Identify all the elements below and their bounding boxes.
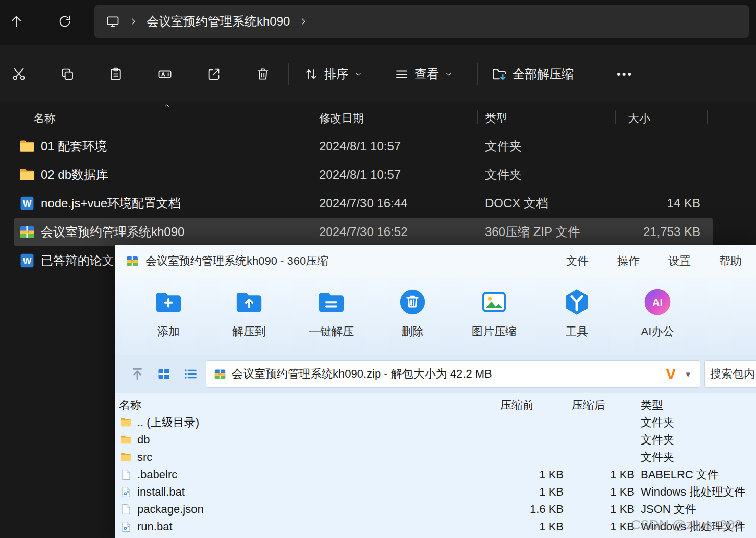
ai-icon: AI	[643, 287, 672, 317]
share-button[interactable]	[202, 62, 226, 86]
archive-row[interactable]: .. (上级目录) 文件夹	[115, 414, 756, 431]
tool-label: 解压到	[232, 324, 266, 339]
paste-button[interactable]	[104, 62, 128, 86]
grid-view-icon[interactable]	[157, 367, 171, 381]
trash-icon	[255, 66, 271, 82]
folder-icon	[120, 416, 132, 429]
entry-type: 文件夹	[641, 449, 674, 466]
view-button[interactable]: 查看	[389, 62, 458, 86]
entry-type: 文件夹	[641, 431, 674, 449]
folder-icon	[120, 434, 132, 446]
file-row[interactable]: 会议室预约管理系统kh090 2024/7/30 16:52 360压缩 ZIP…	[14, 218, 713, 246]
zip-tool-one-click[interactable]: 一键解压	[298, 287, 365, 339]
archive-row[interactable]: .babelrc 1 KB 1 KB BABELRC 文件	[115, 466, 756, 483]
zip-tool-image-compress[interactable]: 图片压缩	[460, 287, 528, 339]
zip-tool-add[interactable]: 添加	[135, 287, 202, 339]
file-type: 360压缩 ZIP 文件	[485, 218, 580, 246]
address-dropdown-icon[interactable]: ▼	[684, 370, 692, 379]
entry-type: 文件夹	[641, 414, 674, 431]
image-compress-icon	[479, 287, 509, 317]
copy-button[interactable]	[55, 62, 80, 86]
cut-button[interactable]	[7, 62, 31, 86]
menu-file[interactable]: 文件	[566, 253, 589, 269]
list-view-icon[interactable]	[183, 367, 198, 381]
zip-column-before[interactable]: 压缩前	[500, 397, 534, 413]
folder-icon	[18, 137, 36, 155]
entry-name: run.bat	[137, 518, 173, 535]
archive-row[interactable]: db 文件夹	[115, 431, 756, 449]
search-input[interactable]: 搜索包内	[704, 360, 756, 388]
breadcrumb-path[interactable]: 会议室预约管理系统kh090	[147, 13, 290, 30]
entry-name: install.bat	[137, 483, 185, 501]
zip-toolbar: 添加 解压到 一键解压 删除 图片压缩 工具 AI AI办公	[115, 277, 756, 355]
refresh-button[interactable]	[53, 9, 77, 34]
entry-name: db	[137, 431, 150, 449]
archive-row[interactable]: install.bat 1 KB 1 KB Windows 批处理文件	[115, 483, 756, 501]
zip-icon	[18, 223, 36, 241]
zip-column-after[interactable]: 压缩后	[572, 397, 605, 413]
archive-row[interactable]: src 文件夹	[115, 449, 756, 466]
more-button[interactable]: •••	[611, 62, 639, 86]
zip-tool-extract-to[interactable]: 解压到	[215, 287, 283, 339]
tool-label: 删除	[401, 324, 424, 339]
column-header-type[interactable]: 类型	[485, 111, 507, 126]
file-row[interactable]: 02 db数据库 2024/8/1 10:57 文件夹	[14, 160, 713, 189]
explorer-nav-bar: 会议室预约管理系统kh090	[0, 0, 756, 45]
column-divider	[707, 110, 708, 124]
breadcrumb[interactable]: 会议室预约管理系统kh090	[94, 5, 749, 38]
sort-label: 排序	[324, 66, 349, 82]
tool-label: 添加	[157, 324, 180, 339]
sort-button[interactable]: 排序	[299, 62, 368, 86]
file-row[interactable]: 01 配套环境 2024/8/1 10:57 文件夹	[14, 132, 713, 160]
chevron-down-icon	[444, 69, 453, 79]
column-header-name[interactable]: 名称	[33, 111, 56, 126]
zip-tool-tools[interactable]: 工具	[543, 287, 611, 339]
zip-column-type[interactable]: 类型	[641, 397, 663, 413]
extract-to-icon	[234, 287, 264, 317]
extract-all-label: 全部解压缩	[513, 66, 574, 82]
refresh-icon	[57, 14, 72, 29]
delete-button[interactable]	[251, 62, 275, 86]
column-header-date[interactable]: 修改日期	[319, 111, 364, 126]
up-level-icon[interactable]	[130, 367, 144, 381]
file-name: 已答辩的论文	[41, 246, 114, 275]
zip-tool-ai[interactable]: AI AI办公	[624, 287, 691, 339]
menu-help[interactable]: 帮助	[719, 253, 742, 269]
up-button[interactable]	[4, 9, 29, 34]
toolbar-divider	[477, 63, 478, 85]
entry-size-before: 1 KB	[472, 518, 564, 535]
menu-operate[interactable]: 操作	[617, 253, 640, 269]
folder-icon	[120, 451, 132, 463]
folder-icon	[18, 166, 36, 183]
zip-column-headers: 名称 压缩前 压缩后 类型	[115, 393, 756, 414]
zip-column-name[interactable]: 名称	[119, 397, 141, 413]
entry-size-after: 1 KB	[563, 501, 635, 518]
column-divider	[477, 110, 478, 124]
column-header-size[interactable]: 大小	[628, 111, 650, 126]
sort-icon	[304, 66, 319, 82]
zip-window-title: 会议室预约管理系统kh090 - 360压缩	[145, 253, 328, 269]
zip-file-list-panel: 名称 压缩前 压缩后 类型 .. (上级目录) 文件夹 db 文件夹 src 文…	[115, 393, 756, 538]
zip-app-icon	[125, 254, 139, 268]
menu-settings[interactable]: 设置	[668, 253, 691, 269]
archive-address-bar[interactable]: 会议室预约管理系统kh090.zip - 解包大小为 42.2 MB V ▼	[206, 360, 700, 388]
explorer-command-bar: 排序 查看 全部解压缩 •••	[0, 45, 756, 102]
svg-text:W: W	[23, 256, 32, 266]
zip-tool-recycle[interactable]: 删除	[379, 287, 446, 339]
zip-window-titlebar[interactable]: 会议室预约管理系统kh090 - 360压缩 文件操作设置帮助	[115, 245, 756, 277]
entry-size-before: 1.6 KB	[472, 501, 564, 518]
file-type: 文件夹	[485, 132, 522, 160]
file-row[interactable]: W node.js+vue环境配置文档 2024/7/30 16:44 DOCX…	[14, 189, 713, 218]
zip-window: 会议室预约管理系统kh090 - 360压缩 文件操作设置帮助 添加 解压到 一…	[115, 245, 756, 538]
share-icon	[206, 66, 222, 82]
view-label: 查看	[414, 66, 439, 82]
entry-name: .. (上级目录)	[137, 414, 199, 431]
extract-all-icon	[491, 66, 507, 82]
v-logo[interactable]: V	[666, 366, 676, 382]
archive-path-text: 会议室预约管理系统kh090.zip - 解包大小为 42.2 MB	[232, 366, 666, 382]
archive-row[interactable]: package.json 1.6 KB 1 KB JSON 文件	[115, 501, 756, 518]
file-size: 14 KB	[667, 189, 700, 218]
rename-button[interactable]	[153, 62, 177, 86]
extract-all-button[interactable]: 全部解压缩	[486, 62, 579, 86]
screen: 会议室预约管理系统kh090 排序 查看	[0, 0, 756, 538]
